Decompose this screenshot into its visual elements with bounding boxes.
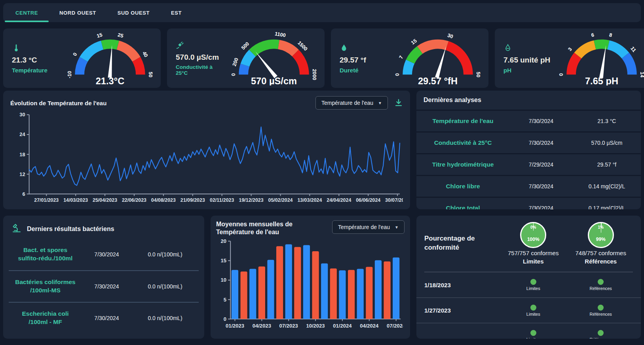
latest-analyses-card: Dernières analyses Température de l'eau7…: [416, 91, 641, 209]
status-dot-label: Références: [590, 312, 612, 317]
tab-centre[interactable]: CENTRE: [5, 3, 49, 22]
bacteria-parameter-link[interactable]: Escherichia coli/100ml - MF: [9, 310, 82, 326]
dashboard: CENTRENORD OUESTSUD OUESTEST 21.3 °CTemp…: [0, 0, 644, 342]
conformity-row: 1/27/2023LimitesRéférences: [416, 298, 641, 323]
svg-text:18: 18: [19, 152, 25, 157]
analysis-row: Titre hydrotimétrique7/29/202429.57 °f: [416, 153, 641, 175]
pie-conformes-count: 748/757 conformes: [576, 250, 626, 256]
status-dot-green: [530, 279, 536, 285]
gauge-label-hardness: Dureté: [340, 67, 389, 74]
bar-parameter-select[interactable]: Température de l'eau ▼: [332, 220, 405, 234]
plug-icon: [176, 40, 225, 50]
conformity-references-status: Références: [567, 279, 635, 291]
status-dot-green: [598, 279, 604, 285]
svg-text:30: 30: [447, 32, 454, 40]
gauge-info-conductivity: 570.0 µS/cmConductivité à 25°C: [167, 40, 225, 76]
download-icon[interactable]: [394, 99, 403, 107]
analysis-date: 7/29/2024: [509, 161, 573, 168]
pie-top-percent: 0%: [521, 225, 545, 229]
pie-chart-références: 1%99%: [588, 222, 614, 248]
tab-est[interactable]: EST: [160, 3, 192, 22]
chevron-down-icon: ▼: [378, 101, 382, 105]
conformity-rows: 1/18/2023LimitesRéférences1/27/2023Limit…: [416, 272, 641, 339]
analysis-parameter-link[interactable]: Chlore total: [416, 205, 509, 209]
conformity-date: 1/18/2023: [424, 282, 500, 288]
analysis-parameter-link[interactable]: Chlore libre: [416, 183, 509, 190]
svg-text:15: 15: [410, 38, 418, 46]
svg-text:200: 200: [231, 57, 239, 67]
analysis-parameter-link[interactable]: Conductivité à 25°C: [416, 139, 509, 147]
bar-parameter-value: Température de l'eau: [338, 224, 390, 230]
bacteria-date: 7/30/2024: [82, 315, 131, 321]
gauge-dial-conductivity: 0200500110015002000570 µS/cm: [225, 31, 323, 85]
analysis-row: Température de l'eau7/30/202421.3 °C: [416, 110, 641, 131]
gauge-row: 21.3 °CTempérature-1001525405021.3°C570.…: [3, 28, 641, 84]
svg-text:29.57 °fH: 29.57 °fH: [418, 76, 458, 85]
gauge-label-ph: pH: [503, 67, 553, 74]
svg-text:500: 500: [240, 41, 251, 51]
conformity-limites-status: Limites: [500, 279, 567, 291]
svg-text:13/03/2024: 13/03/2024: [297, 197, 322, 203]
analysis-date: 7/30/2024: [509, 205, 573, 209]
svg-text:12: 12: [19, 171, 25, 177]
bacteria-results-card: Derniers résultats bactériens Bact. et s…: [3, 216, 204, 339]
line-parameter-select[interactable]: Température de l'eau ▼: [315, 96, 388, 110]
thermometer-icon: [12, 43, 61, 53]
gauge-card-conductivity: 570.0 µS/cmConductivité à 25°C0200500110…: [167, 28, 325, 88]
svg-text:30/07/2024: 30/07/2024: [385, 197, 403, 203]
monthly-averages-title: Moyennes mensuelles de Température de l'…: [216, 220, 332, 236]
status-dot-green: [598, 305, 604, 311]
conformity-title: Pourcentage de conformité: [424, 234, 500, 252]
svg-text:01/2024: 01/2024: [333, 323, 352, 329]
status-dot-green: [598, 330, 604, 336]
svg-text:24/04/2024: 24/04/2024: [327, 197, 351, 203]
pie-series-label: Références: [585, 258, 617, 265]
gauge-card-temperature: 21.3 °CTempérature-1001525405021.3°C: [3, 28, 161, 88]
svg-text:0: 0: [230, 73, 236, 76]
conformity-limites-status: Limites: [500, 330, 567, 339]
analysis-value: 0.14 mg(Cl2)/L: [573, 183, 641, 190]
status-dot-label: Références: [590, 337, 612, 339]
svg-text:3: 3: [567, 46, 573, 52]
status-dot-green: [530, 330, 536, 336]
bacteria-row: Bact. et sporessulfito-rédu./100ml7/30/2…: [9, 239, 199, 270]
chevron-down-icon: ▼: [395, 225, 399, 229]
analysis-parameter-link[interactable]: Température de l'eau: [416, 118, 509, 125]
svg-text:01/2023: 01/2023: [226, 323, 244, 329]
svg-text:30: 30: [19, 112, 25, 118]
svg-text:8: 8: [609, 32, 613, 38]
bacteria-value: 0.0 n/(100mL): [131, 251, 199, 258]
latest-analyses-list: Température de l'eau7/30/202421.3 °CCond…: [416, 110, 641, 209]
bacteria-parameter-link[interactable]: Bactéries coliformes/100ml-MS: [9, 278, 82, 295]
region-tabs: CENTRENORD OUESTSUD OUESTEST: [3, 3, 641, 22]
bacteria-results-list: Bact. et sporessulfito-rédu./100ml7/30/2…: [9, 239, 199, 334]
gauge-info-ph: 7.65 unité pHpH: [495, 43, 553, 74]
drop-outline-icon: [503, 43, 553, 53]
pie-top-percent: 1%: [589, 225, 613, 229]
svg-text:05/02/2024: 05/02/2024: [268, 197, 293, 203]
conformity-card: Pourcentage de conformité 0%100%757/757 …: [416, 216, 641, 339]
svg-text:6: 6: [23, 191, 25, 197]
svg-text:5: 5: [224, 297, 226, 303]
analysis-parameter-link[interactable]: Titre hydrotimétrique: [416, 161, 509, 169]
status-dot-label: Limites: [526, 337, 540, 339]
svg-text:-10: -10: [66, 71, 72, 78]
bacteria-parameter-link[interactable]: Bact. et sporessulfito-rédu./100ml: [9, 246, 82, 263]
gauge-card-ph: 7.65 unité pHpH036811147.65 pH: [495, 28, 644, 88]
svg-text:0: 0: [224, 316, 226, 322]
gauge-dial-ph: 036811147.65 pH: [553, 31, 644, 85]
svg-text:570 µS/cm: 570 µS/cm: [251, 76, 297, 85]
analysis-date: 7/30/2024: [509, 118, 573, 124]
conformity-limites-status: Limites: [500, 305, 567, 317]
svg-text:10: 10: [221, 277, 227, 283]
svg-text:04/2023: 04/2023: [253, 323, 271, 329]
tab-sud-ouest[interactable]: SUD OUEST: [107, 3, 160, 22]
tab-nord-ouest[interactable]: NORD OUEST: [49, 3, 107, 22]
gauge-info-hardness: 29.57 °fDureté: [331, 43, 389, 74]
conformity-row: 1/18/2023LimitesRéférences: [416, 272, 641, 298]
svg-text:1100: 1100: [274, 31, 286, 38]
svg-text:14: 14: [639, 72, 644, 78]
svg-text:25: 25: [117, 32, 124, 39]
gauge-dial-temperature: -1001525405021.3°C: [61, 31, 159, 85]
bacteria-row: Escherichia coli/100ml - MF7/30/20240.0 …: [9, 302, 199, 334]
